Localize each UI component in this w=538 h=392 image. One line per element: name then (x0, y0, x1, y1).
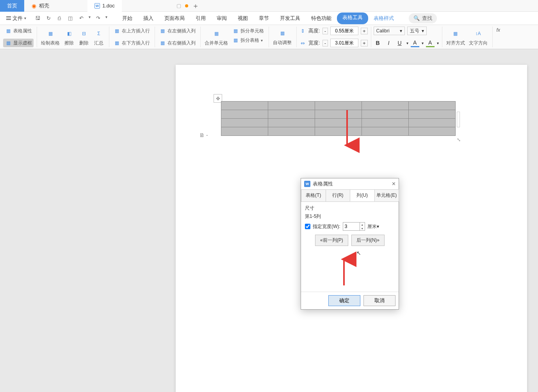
align-icon: ▦ (450, 28, 461, 39)
split-table-button[interactable]: ▦ 拆分表格 ▾ (230, 36, 265, 45)
align-button[interactable]: ▦ 对齐方式 (445, 27, 467, 48)
ribbon-group-autofit: ▦ 自动调整 (271, 27, 297, 47)
dialog-tab-row[interactable]: 行(R) (326, 189, 351, 201)
width-input[interactable] (330, 39, 358, 47)
split-table-label: 拆分表格 (240, 37, 259, 44)
menu-special[interactable]: 特色功能 (306, 12, 337, 24)
underline-button[interactable]: U (395, 39, 404, 47)
dialog-tab-col[interactable]: 列(U) (350, 189, 375, 201)
split-cells-icon: ▦ (232, 27, 239, 34)
monitor-icon: ▢ (176, 3, 181, 9)
unsaved-dot-icon (185, 4, 188, 7)
show-gridlines-button[interactable]: ▦ 显示虚框 (3, 39, 34, 47)
dialog-tab-table[interactable]: 表格(T) (301, 189, 326, 201)
tab-daoke[interactable]: ◉ 稻壳 (24, 0, 56, 12)
menu-start[interactable]: 开始 (117, 12, 138, 24)
minus-icon[interactable]: - (322, 40, 328, 46)
ribbon-group-merge: ▦ 合并单元格 ▦ 拆分单元格 ▦ 拆分表格 ▾ (203, 27, 269, 47)
menu-devtools[interactable]: 开发工具 (274, 12, 306, 24)
tab-doc-label: 1.doc (102, 3, 115, 9)
menu-chapter[interactable]: 章节 (253, 12, 274, 24)
dialog-titlebar[interactable]: W 表格属性 × (301, 178, 399, 189)
dialog-tab-cell[interactable]: 单元格(E) (374, 189, 399, 201)
file-menu[interactable]: 文件 ▾ (3, 13, 29, 23)
insert-below-button[interactable]: ▦ 在下方插入行 (112, 39, 151, 47)
merge-cells-button[interactable]: ▦ 合并单元格 (203, 27, 230, 48)
plus-icon[interactable]: + (361, 40, 368, 46)
insert-above-label: 在上方插入行 (122, 28, 150, 34)
nav-buttons: «前一列(P) 后一列(N)» (305, 235, 395, 246)
minus-icon[interactable]: - (322, 28, 328, 34)
delete-label: 删除 (79, 40, 89, 46)
delete-icon: ⊟ (78, 28, 89, 39)
chevron-down-icon[interactable]: ▾ (422, 41, 424, 45)
tab-document[interactable]: W 1.doc (87, 0, 122, 12)
search-box[interactable]: 🔍 查找 (409, 13, 437, 23)
share-icon[interactable]: ↻ (45, 15, 52, 22)
table-side-handle[interactable] (457, 112, 460, 127)
menu-tablestyle[interactable]: 表格样式 (368, 12, 399, 24)
unit-label[interactable]: 厘米▾ (367, 223, 379, 230)
menu-review[interactable]: 审阅 (211, 12, 232, 24)
next-col-button[interactable]: 后一列(N)» (351, 235, 385, 246)
tab-home[interactable]: 首页 (0, 0, 24, 12)
cancel-button[interactable]: 取消 (363, 295, 395, 306)
font-color-button[interactable]: A (411, 39, 419, 47)
insert-right-label: 在右侧插入列 (167, 40, 196, 46)
add-tab-button[interactable]: ＋ (188, 1, 203, 11)
undo-icon[interactable]: ↶ (78, 15, 85, 22)
chevron-down-icon[interactable]: ▾ (437, 41, 439, 45)
show-gridlines-label: 显示虚框 (13, 40, 32, 46)
ribbon-group-dims: ⇕ 高度: - + ⇔ 宽度: - + (299, 27, 371, 47)
print-icon[interactable]: ⎙ (56, 15, 63, 22)
menu-insert[interactable]: 插入 (138, 12, 159, 24)
height-input[interactable] (330, 27, 358, 35)
split-cells-button[interactable]: ▦ 拆分单元格 (230, 27, 265, 35)
eraser-label: 擦除 (64, 40, 74, 46)
menu-reference[interactable]: 引用 (190, 12, 211, 24)
highlight-button[interactable]: A (426, 39, 435, 47)
draw-table-button[interactable]: ▦ 绘制表格 (39, 27, 61, 48)
dialog-tabs: 表格(T) 行(R) 列(U) 单元格(E) (301, 189, 399, 202)
insert-left-button[interactable]: ▦ 在左侧插入列 (157, 27, 197, 35)
eraser-button[interactable]: ◧ 擦除 (62, 27, 76, 48)
search-label: 查找 (422, 15, 432, 22)
section-size-label: 尺寸 (305, 205, 395, 212)
redo-icon[interactable]: ↷ (94, 15, 102, 22)
specify-width-checkbox[interactable] (305, 224, 310, 229)
tab-daoke-label: 稻壳 (39, 2, 49, 9)
summary-label: 汇总 (94, 40, 103, 46)
redo-dropdown-icon[interactable]: ▾ (105, 15, 107, 22)
column-range-label: 第1-5列 (305, 213, 395, 220)
chevron-down-icon[interactable]: ▾ (406, 41, 408, 45)
close-button[interactable]: × (392, 180, 395, 187)
prev-col-button[interactable]: «前一列(P) (315, 235, 348, 246)
save-icon[interactable]: 🖫 (34, 15, 41, 22)
table-resize-handle[interactable]: ⤡ (457, 137, 461, 143)
menu-pagelayout[interactable]: 页面布局 (159, 12, 190, 24)
menu-tabletools[interactable]: 表格工具 (337, 12, 368, 24)
ok-button[interactable]: 确定 (328, 295, 360, 306)
document-canvas: ✥ ⤡ 🗎 - W 表格属性 × 表格(T) 行(R) 列(U) 单元格(E) … (0, 49, 538, 392)
width-value-input[interactable] (343, 223, 360, 230)
undo-dropdown-icon[interactable]: ▾ (89, 15, 91, 22)
bold-button[interactable]: B (374, 39, 382, 47)
split-table-icon: ▦ (232, 37, 239, 44)
fx-button[interactable]: fx (495, 27, 502, 34)
font-select[interactable]: Calibri ▾ (374, 27, 405, 35)
insert-right-button[interactable]: ▦ 在右侧插入列 (157, 39, 197, 47)
plus-icon[interactable]: + (361, 28, 368, 34)
document-table[interactable] (221, 101, 456, 136)
summary-button[interactable]: Σ 汇总 (92, 27, 106, 48)
table-props-button[interactable]: ▦ 表格属性 (3, 27, 34, 35)
delete-button[interactable]: ⊟ 删除 (77, 27, 91, 48)
italic-button[interactable]: I (385, 39, 393, 47)
preview-icon[interactable]: ◫ (67, 15, 74, 22)
text-dir-button[interactable]: ↕A 文字方向 (467, 27, 489, 48)
autofit-button[interactable]: ▦ 自动调整 (271, 27, 293, 47)
font-size-select[interactable]: 五号 ▾ (407, 27, 427, 35)
spinner-up-icon[interactable]: ▲ (360, 223, 365, 226)
insert-above-button[interactable]: ▦ 在上方插入行 (112, 27, 151, 35)
menu-view[interactable]: 视图 (232, 12, 253, 24)
spinner-down-icon[interactable]: ▼ (360, 226, 365, 230)
